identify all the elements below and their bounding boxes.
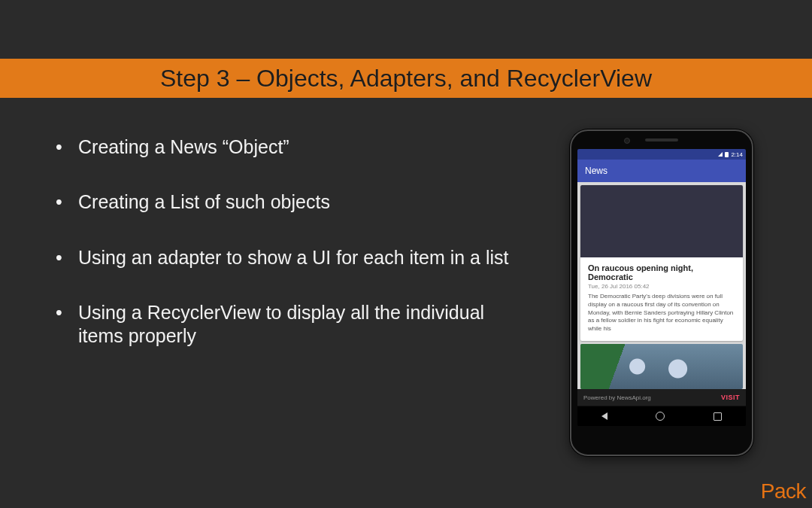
footer-credit: Powered by NewsApi.org [583,394,651,401]
bullet-item: Creating a List of such objects [56,190,529,214]
home-icon[interactable] [656,412,665,421]
bullet-list: Creating a News “Object” Creating a List… [56,135,529,379]
news-date: Tue, 26 Jul 2016 05:42 [588,283,735,290]
signal-icon [718,152,723,157]
news-headline: On raucous opening night, Democratic [588,263,735,281]
recents-icon[interactable] [714,412,722,421]
brand-logo: Pack [761,479,806,503]
battery-icon [725,152,729,157]
bullet-item: Creating a News “Object” [56,135,529,159]
bullet-item: Using a RecyclerView to display all the … [56,301,529,348]
phone-camera [624,138,630,144]
slide-title-bar: Step 3 – Objects, Adapters, and Recycler… [0,59,812,98]
android-status-bar: 2:14 [577,149,746,160]
status-time: 2:14 [731,151,743,158]
slide-title: Step 3 – Objects, Adapters, and Recycler… [160,65,652,93]
phone-mockup: 2:14 News On raucous opening night, Demo… [570,129,753,456]
phone-screen: 2:14 News On raucous opening night, Demo… [577,149,746,426]
app-bar: News [577,160,746,182]
phone-speaker [645,138,678,141]
app-footer: Powered by NewsApi.org VISIT [577,389,746,406]
news-card-image [580,185,743,257]
app-title: News [585,166,607,176]
news-card[interactable] [580,344,743,389]
visit-button[interactable]: VISIT [721,394,740,401]
news-card-image [580,344,743,389]
news-body: The Democratic Party's deep divisions we… [588,293,735,333]
news-feed: On raucous opening night, Democratic Tue… [577,182,746,389]
news-card-content: On raucous opening night, Democratic Tue… [580,257,743,341]
bullet-item: Using an adapter to show a UI for each i… [56,246,529,269]
android-nav-bar [577,406,746,426]
news-card[interactable]: On raucous opening night, Democratic Tue… [580,185,743,341]
back-icon[interactable] [601,412,607,420]
